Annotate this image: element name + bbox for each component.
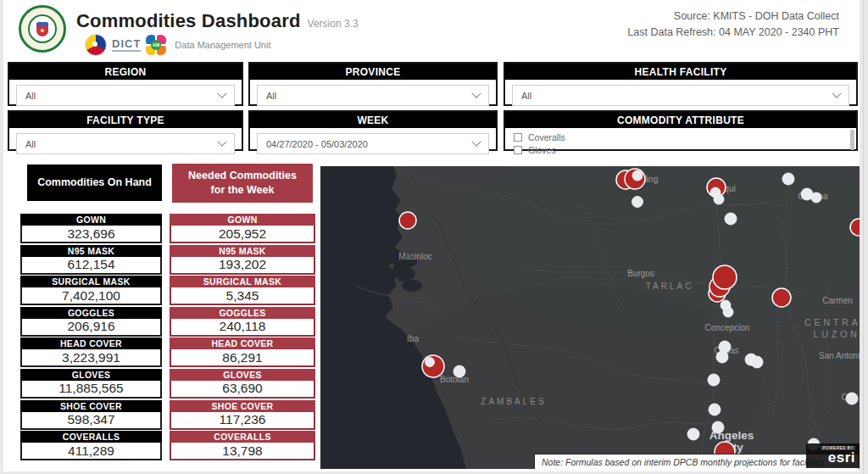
commodity-card-header: HEAD COVER	[170, 337, 315, 349]
chevron-down-icon	[471, 137, 481, 146]
commodity-card-value: 598,347	[20, 412, 162, 430]
region-filter-header: REGION	[9, 64, 242, 80]
attribute-option-coveralls[interactable]: Coveralls	[514, 131, 848, 143]
map-bubble-white[interactable]	[811, 192, 821, 203]
map-label-masinloc: Masinloc	[398, 252, 431, 261]
map-bubble-white[interactable]	[712, 421, 724, 433]
commodity-card-gloves: GLOVES 11,885,565	[20, 369, 162, 399]
checkbox-icon[interactable]	[514, 146, 522, 154]
scrollbar-thumb[interactable]	[850, 130, 854, 150]
commodity-card-header: COVERALLS	[20, 431, 162, 443]
commodity-card-header: SURGICAL MASK	[170, 276, 315, 287]
commodity-card-surgical-mask: SURGICAL MASK 5,345	[170, 276, 315, 305]
health-facility-dropdown[interactable]: All	[512, 85, 849, 106]
commodity-attribute-filter-header: COMMODITY ATTRIBUTE	[505, 112, 856, 128]
map-label-carmen: Carmen	[822, 296, 853, 305]
facility-type-dropdown[interactable]: All	[16, 133, 235, 154]
health-facility-filter: HEALTH FACILITY All	[504, 62, 858, 106]
map-bubble-white[interactable]	[714, 194, 724, 204]
attribute-option-label: Gloves	[528, 145, 556, 155]
commodity-card-header: GOWN	[170, 214, 315, 226]
commodity-card-value: 240,118	[170, 319, 315, 337]
health-facility-dropdown-value: All	[521, 91, 531, 101]
kmits-logo: KM	[146, 35, 166, 55]
province-dropdown[interactable]: All	[257, 85, 489, 106]
commodity-card-header: SHOE COVER	[170, 400, 315, 412]
commodity-attribute-filter: COMMODITY ATTRIBUTE Coveralls Gloves	[504, 110, 858, 151]
map-bubble-white[interactable]	[716, 351, 728, 363]
commodity-card-value: 205,952	[170, 226, 315, 243]
map-bubble-white[interactable]	[453, 365, 465, 377]
facilities-map[interactable]: Masinloc Camiling Paniqui Guimba Burgos …	[320, 166, 860, 469]
commodity-card-value: 3,223,991	[20, 349, 162, 367]
commodity-card-header: GOGGLES	[170, 307, 315, 319]
commodity-card-surgical-mask: SURGICAL MASK 7,402,100	[20, 276, 162, 305]
commodity-card-value: 323,696	[20, 226, 162, 243]
region-dropdown[interactable]: All	[16, 85, 235, 106]
map-bubble-white[interactable]	[723, 307, 733, 317]
commodity-card-value: 193,202	[170, 257, 315, 275]
commodity-card-header: GLOVES	[20, 369, 162, 381]
facility-type-dropdown-value: All	[25, 139, 36, 149]
province-filter-header: PROVINCE	[250, 64, 496, 80]
facility-type-filter-header: FACILITY TYPE	[9, 112, 242, 128]
map-bubble-white[interactable]	[687, 428, 699, 440]
on-hand-column-title: Commodities On Hand	[27, 165, 162, 201]
map-bubble-white[interactable]	[708, 374, 720, 386]
map-label-iba: Iba	[407, 334, 419, 343]
map-bubble-white[interactable]	[846, 393, 858, 404]
map-bubble-red[interactable]	[713, 265, 737, 289]
map-bubble-white[interactable]	[782, 173, 794, 185]
health-facility-filter-header: HEALTH FACILITY	[505, 64, 856, 80]
map-bubble-white[interactable]	[751, 356, 763, 368]
map-label-zambales: ZAMBALES	[481, 397, 546, 406]
commodity-card-head-cover: HEAD COVER 86,291	[170, 337, 315, 367]
attribute-option-label: Coveralls	[528, 132, 565, 142]
commodity-card-header: COVERALLS	[170, 431, 315, 443]
commodity-card-coveralls: COVERALLS 411,289	[20, 431, 162, 460]
page-scroll-rail[interactable]	[863, 0, 864, 474]
map-bay	[385, 266, 415, 282]
chevron-down-icon	[217, 88, 226, 98]
doh-seal-logo	[19, 5, 66, 53]
map-canvas: Masinloc Camiling Paniqui Guimba Burgos …	[320, 166, 860, 469]
last-refresh-text: Last Data Refresh: 04 MAY 2020 - 2340 PH…	[627, 25, 839, 41]
version-label: Version 3.3	[308, 18, 359, 30]
commodity-card-header: GOGGLES	[20, 307, 162, 319]
facility-type-filter: FACILITY TYPE All	[8, 110, 243, 151]
map-bubble-white[interactable]	[632, 197, 643, 208]
attribute-option-gloves[interactable]: Gloves	[514, 144, 848, 156]
map-label-san-antonio: San Antonio	[819, 351, 860, 360]
commodity-card-value: 5,345	[170, 287, 315, 305]
commodity-card-value: 86,291	[170, 349, 315, 367]
commodity-card-value: 11,885,565	[20, 381, 162, 399]
commodity-card-shoe-cover: SHOE COVER 598,347	[20, 400, 162, 430]
commodity-card-head-cover: HEAD COVER 3,223,991	[20, 337, 162, 367]
esri-attribution: POWERED BY esri	[806, 443, 860, 468]
map-label-botolan: Botolan	[440, 375, 469, 384]
map-bubble-red[interactable]	[399, 212, 416, 229]
map-bubble-white[interactable]	[725, 213, 737, 225]
doh-seal-inner-ring	[28, 14, 57, 43]
dashboard-surface: Commodities DashboardVersion 3.3 DICT KM…	[3, 0, 860, 471]
week-dropdown-value: 04/27/2020 - 05/03/2020	[266, 139, 368, 149]
map-label-central: CENTRAL	[804, 317, 860, 327]
commodity-card-header: GLOVES	[170, 369, 315, 381]
commodity-card-value: 63,690	[170, 381, 315, 399]
commodity-card-header: N95 MASK	[20, 245, 162, 257]
map-bubble-white[interactable]	[709, 404, 721, 415]
map-bay	[402, 280, 422, 292]
province-filter: PROVINCE All	[248, 62, 498, 106]
checkbox-icon[interactable]	[514, 133, 522, 142]
chevron-down-icon	[832, 88, 841, 98]
week-dropdown[interactable]: 04/27/2020 - 05/03/2020	[257, 133, 489, 154]
map-bubble-white[interactable]	[632, 170, 643, 181]
map-bubble-red[interactable]	[772, 288, 791, 307]
header: Commodities DashboardVersion 3.3 DICT KM…	[3, 0, 860, 58]
commodity-card-header: SURGICAL MASK	[20, 276, 162, 287]
source-text: Source: KMITS - DOH Data Collect	[627, 8, 839, 25]
on-hand-card-column: GOWN 323,696 N95 MASK 612,154 SURGICAL M…	[20, 214, 162, 460]
map-bubble-white[interactable]	[426, 358, 435, 367]
commodity-card-shoe-cover: SHOE COVER 117,236	[170, 400, 315, 430]
map-islet	[389, 264, 394, 269]
